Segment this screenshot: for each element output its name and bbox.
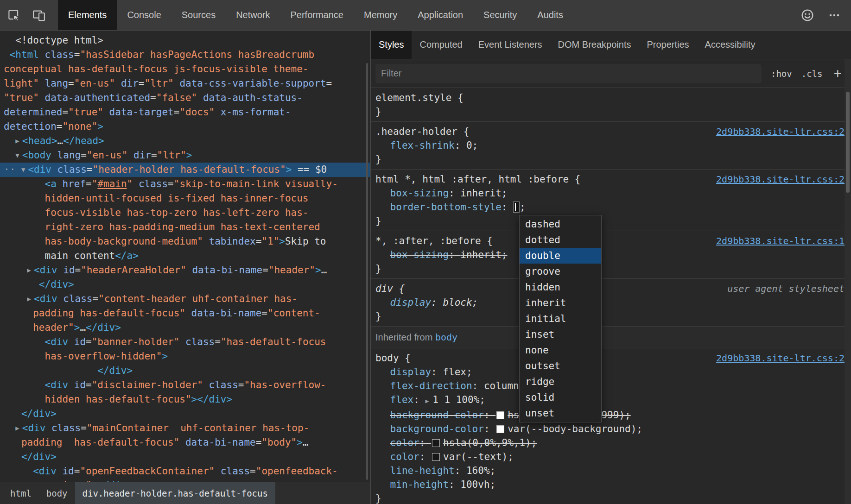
style-property[interactable]: display: flex;	[375, 365, 845, 379]
property-value[interactable]: 1 1 100%;	[432, 394, 485, 405]
value-edit-box[interactable]	[513, 202, 520, 213]
sidebar-tab-accessibility[interactable]: Accessibility	[697, 31, 763, 59]
style-property[interactable]: line-height: 160%;	[375, 464, 845, 478]
color-swatch-icon[interactable]	[496, 425, 504, 433]
tree-row[interactable]: padding has-default-focus" data-bi-name=…	[0, 435, 370, 450]
autocomplete-option[interactable]: solid	[520, 390, 601, 405]
style-property[interactable]: color: hsla(0,0%,9%,1);	[375, 436, 845, 450]
tab-performance[interactable]: Performance	[280, 0, 354, 30]
property-name[interactable]: box-sizing	[390, 249, 449, 260]
expand-arrow-icon[interactable]: ▶	[27, 263, 31, 277]
tree-row[interactable]: <div id="disclaimer-holder" class="has-o…	[0, 378, 370, 392]
expand-arrow-icon[interactable]: ▶	[15, 134, 19, 148]
expand-arrow-icon[interactable]: ▶	[15, 421, 19, 435]
property-name[interactable]: display	[390, 297, 432, 308]
breadcrumb-item[interactable]: body	[39, 482, 75, 504]
style-property[interactable]: background-color: hsla(0,0%,100%,.999);	[375, 408, 845, 422]
stylesheet-link[interactable]: 2d9bb338.site-ltr.css:2	[716, 172, 845, 186]
style-property[interactable]: box-sizing: inherit;	[375, 186, 845, 200]
sidebar-tab-properties[interactable]: Properties	[639, 31, 697, 59]
tree-row[interactable]: right-zero has-padding-medium has-text-c…	[0, 220, 370, 234]
style-property[interactable]: background-color: var(--body-background)…	[375, 422, 845, 436]
property-value[interactable]: inherit;	[460, 188, 507, 199]
tree-row[interactable]: <a href="#main" class="skip-to-main-link…	[0, 177, 370, 191]
property-value[interactable]: flex;	[443, 366, 472, 378]
inspect-icon[interactable]	[4, 5, 24, 25]
style-property[interactable]: color: var(--text);	[375, 450, 845, 464]
autocomplete-option[interactable]: inset	[520, 327, 601, 342]
tab-network[interactable]: Network	[226, 0, 280, 30]
tree-row[interactable]: <!doctype html>	[0, 33, 370, 48]
element-classes-button[interactable]: .cls	[801, 69, 823, 79]
color-swatch-icon[interactable]	[432, 453, 440, 461]
tree-row[interactable]: ▼<body lang="en-us" dir="ltr">	[0, 148, 370, 163]
rule-selector[interactable]: html *, html :after, html :before {	[375, 172, 581, 186]
tab-audits[interactable]: Audits	[527, 0, 573, 30]
autocomplete-option[interactable]: unset	[520, 405, 601, 421]
tree-row[interactable]: ▶<div id="headerAreaHolder" data-bi-name…	[0, 263, 370, 277]
sidebar-tab-dom-breakpoints[interactable]: DOM Breakpoints	[550, 31, 639, 59]
style-property[interactable]: display: block;	[375, 296, 845, 309]
tree-row[interactable]: ▶<div class="content-header uhf-containe…	[0, 292, 370, 306]
new-style-rule-button[interactable]: +	[832, 67, 844, 81]
device-toolbar-icon[interactable]	[29, 5, 49, 25]
property-value[interactable]: var(--text);	[443, 451, 514, 462]
style-property[interactable]: box-sizing: inherit;	[375, 248, 845, 262]
autocomplete-option[interactable]: hidden	[520, 279, 601, 295]
tree-row[interactable]: ▶<div class="mainContainer uhf-container…	[0, 421, 370, 435]
tree-row[interactable]: main content</a>	[0, 249, 370, 263]
tree-row[interactable]: </div>	[0, 450, 370, 464]
inherited-node-link[interactable]: body	[435, 332, 457, 343]
tab-elements[interactable]: Elements	[58, 0, 117, 30]
property-value[interactable]: 100vh;	[460, 479, 495, 490]
property-value[interactable]: var(--body-background);	[508, 423, 642, 435]
tree-row[interactable]: determined="true" data-target="docs" x-m…	[0, 105, 370, 120]
elements-scrollbar[interactable]	[366, 63, 368, 480]
property-value[interactable]: block;	[443, 297, 478, 308]
more-menu-icon[interactable]	[824, 5, 845, 25]
tree-row[interactable]: has-overflow-hidden">	[0, 349, 370, 364]
property-name[interactable]: color	[390, 451, 419, 462]
sidebar-tab-event-listeners[interactable]: Event Listeners	[470, 31, 550, 59]
property-name[interactable]: box-sizing	[390, 188, 449, 199]
styles-scrollbar-track[interactable]	[845, 59, 851, 504]
expand-arrow-icon[interactable]: ▼	[15, 148, 19, 163]
tree-row[interactable]: ▶<head>…</head>	[0, 134, 370, 148]
expand-arrow-icon[interactable]: ▼	[21, 163, 25, 177]
tab-application[interactable]: Application	[407, 0, 473, 30]
styles-filter-input[interactable]	[375, 64, 762, 83]
styles-scrollbar-thumb[interactable]	[846, 92, 850, 193]
style-property[interactable]: min-height: 100vh;	[375, 478, 845, 491]
autocomplete-option[interactable]: ridge	[520, 374, 601, 390]
property-name[interactable]: flex-direction	[390, 380, 472, 391]
tree-row[interactable]: </div>	[0, 407, 370, 421]
sidebar-tab-computed[interactable]: Computed	[412, 31, 470, 59]
tab-memory[interactable]: Memory	[354, 0, 407, 30]
style-property[interactable]: flex: ▶ 1 1 100%;	[375, 393, 845, 408]
property-name[interactable]: border-bottom-style	[390, 202, 502, 213]
tree-row[interactable]: padding has-default-focus" data-bi-name=…	[0, 306, 370, 321]
sidebar-tab-styles[interactable]: Styles	[371, 31, 412, 59]
rule-selector[interactable]: element.style {	[375, 91, 464, 105]
property-name[interactable]: display	[390, 366, 432, 378]
autocomplete-option[interactable]: dashed	[520, 216, 601, 232]
rule-selector[interactable]: *, :after, :before {	[375, 234, 493, 248]
style-property[interactable]: flex-shrink: 0;	[375, 139, 845, 152]
property-name[interactable]: flex-shrink	[390, 140, 455, 151]
expand-value-icon[interactable]: ▶	[425, 397, 432, 404]
rule-selector[interactable]: body {	[375, 351, 411, 365]
expand-arrow-icon[interactable]: ▶	[27, 292, 31, 306]
tree-row[interactable]: detection="none">	[0, 120, 370, 134]
tree-row[interactable]: <div id="banner-holder" class="has-defau…	[0, 335, 370, 349]
tree-row[interactable]: </div>	[0, 364, 370, 378]
tree-row[interactable]: focus-visible has-top-zero has-left-zero…	[0, 206, 370, 220]
tree-row[interactable]: has-body-background-medium" tabindex="1"…	[0, 234, 370, 249]
property-name[interactable]: background-color	[390, 423, 484, 435]
tree-row[interactable]: conceptual has-default-focus js-focus-vi…	[0, 62, 370, 76]
autocomplete-option[interactable]: outset	[520, 358, 601, 374]
breadcrumb-item[interactable]: div.header-holder.has-default-focus	[75, 482, 275, 504]
rule-selector[interactable]: div {	[375, 282, 405, 296]
property-value[interactable]: hsla(0,0%,9%,1);	[443, 437, 537, 448]
autocomplete-option[interactable]: double	[520, 248, 601, 264]
stylesheet-link[interactable]: 2d9bb338.site-ltr.css:2	[716, 125, 845, 139]
